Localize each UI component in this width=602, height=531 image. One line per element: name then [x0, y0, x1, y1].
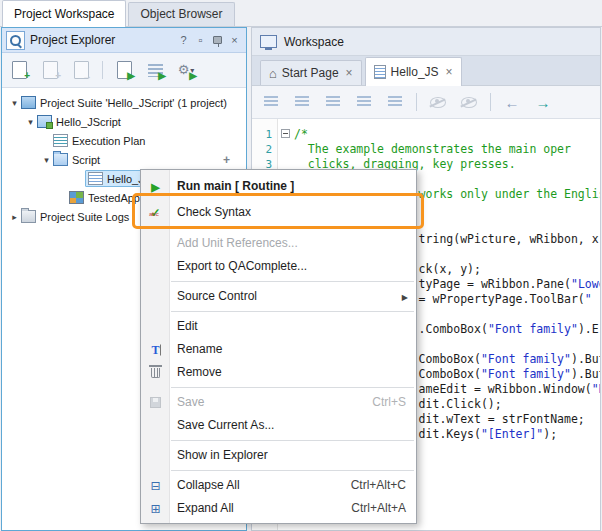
- fold-collapse-icon[interactable]: [281, 129, 290, 138]
- project-explorer-header: Project Explorer ? ▫ ×: [2, 28, 246, 53]
- uncomment-button[interactable]: [384, 91, 406, 113]
- close-icon[interactable]: ×: [446, 65, 453, 79]
- navigate-back-button[interactable]: ←: [501, 91, 523, 113]
- tab-project-workspace[interactable]: Project Workspace: [2, 0, 126, 27]
- workspace-icon: [260, 35, 277, 48]
- menu-item-remove[interactable]: Remove: [141, 361, 416, 384]
- menu-item-run-main-routine[interactable]: ▶Run main [ Routine ]: [141, 173, 416, 199]
- toolbar-separator: [102, 61, 103, 79]
- tree-item-label: TestedApps: [88, 192, 145, 204]
- tab-label: Project Workspace: [14, 7, 114, 21]
- menu-item-show-in-explorer[interactable]: Show in Explorer: [141, 444, 416, 467]
- toolbar-separator: [416, 93, 417, 111]
- menu-item-expand-all[interactable]: ⊞Expand AllCtrl+Alt+A: [141, 497, 416, 520]
- menu-item-label: Edit: [177, 319, 198, 333]
- menu-separator: [171, 387, 414, 388]
- execution-plan-icon: [53, 134, 68, 147]
- tree-item-execution-plan[interactable]: Execution Plan: [2, 131, 246, 150]
- menu-item-save: SaveCtrl+S: [141, 391, 416, 414]
- menu-item-label: Save Current As...: [177, 418, 274, 432]
- save-icon: [150, 397, 161, 408]
- doc-tab-label: Start Page: [282, 66, 339, 80]
- editor-toolbar: ←→: [252, 86, 600, 119]
- menu-item-label: Collapse All: [177, 478, 240, 492]
- submenu-arrow-icon: ▶: [402, 285, 408, 308]
- context-menu: ▶Run main [ Routine ]✓Check SyntaxAdd Un…: [140, 169, 417, 524]
- outdent-button[interactable]: [291, 91, 313, 113]
- tab-object-browser[interactable]: Object Browser: [128, 2, 234, 26]
- run-project-button[interactable]: ▶: [144, 59, 166, 81]
- script-unit-icon: [88, 172, 103, 185]
- expand-icon: ⊞: [148, 501, 163, 516]
- tree-item-label: Project Suite 'Hello_JScript' (1 project…: [40, 97, 227, 109]
- help-button[interactable]: ?: [176, 32, 191, 48]
- application-window: Project Workspace Object Browser Project…: [0, 0, 602, 531]
- menu-item-label: Rename: [177, 342, 222, 356]
- collapsed-icon[interactable]: ▸: [8, 212, 21, 222]
- navigate-forward-button[interactable]: →: [532, 91, 554, 113]
- run-options-button[interactable]: ⚙▶▾: [175, 59, 197, 81]
- document-tabs: ⌂ Start Page × Hello_JS ×: [252, 56, 600, 86]
- run-test-button[interactable]: ▶: [113, 59, 135, 81]
- show-code-button: [458, 91, 480, 113]
- line-number: 2: [252, 142, 277, 157]
- tab-start-page[interactable]: ⌂ Start Page ×: [260, 60, 362, 85]
- menu-item-label: Export to QAComplete...: [177, 259, 307, 273]
- pin-button[interactable]: [210, 32, 225, 48]
- menu-item-check-syntax[interactable]: ✓Check Syntax: [141, 199, 416, 225]
- format-source-button[interactable]: [260, 91, 282, 113]
- menu-item-source-control[interactable]: Source Control▶: [141, 285, 416, 308]
- check-syntax-icon: ✓: [148, 205, 163, 220]
- tab-label: Object Browser: [140, 7, 222, 21]
- collapse-icon: ⊟: [148, 478, 163, 493]
- close-button[interactable]: ×: [227, 32, 242, 48]
- expanded-icon[interactable]: ▾: [40, 155, 53, 165]
- menu-separator: [171, 228, 414, 229]
- code-line: /*: [294, 127, 600, 142]
- menu-item-label: Source Control: [177, 289, 257, 303]
- tree-item-label: Execution Plan: [72, 135, 145, 147]
- expanded-icon[interactable]: ▾: [24, 117, 37, 127]
- tab-hello-js[interactable]: Hello_JS ×: [365, 57, 462, 86]
- toolbar-separator: [490, 93, 491, 111]
- menu-item-export-to-qacomplete[interactable]: Export to QAComplete...: [141, 255, 416, 278]
- remove-icon: [151, 368, 160, 378]
- project-icon: [37, 115, 52, 128]
- menu-item-label: Save: [177, 395, 204, 409]
- menu-shortcut: Ctrl+Alt+C: [351, 474, 406, 497]
- project-explorer-toolbar: ++→▶▶⚙▶▾: [2, 53, 246, 88]
- menu-item-collapse-all[interactable]: ⊟Collapse AllCtrl+Alt+C: [141, 474, 416, 497]
- indent-button[interactable]: [322, 91, 344, 113]
- add-existing-item-button: →: [70, 59, 92, 81]
- menu-item-label: Check Syntax: [177, 205, 251, 219]
- doc-tab-label: Hello_JS: [391, 65, 439, 79]
- expanded-icon[interactable]: ▾: [8, 98, 21, 108]
- add-new-item-button: +: [39, 59, 61, 81]
- testedapps-icon: [69, 191, 84, 204]
- project-explorer-icon: [6, 31, 25, 50]
- menu-separator: [171, 311, 414, 312]
- inline-add-button[interactable]: +: [223, 153, 230, 167]
- comment-button[interactable]: [353, 91, 375, 113]
- tree-item-script[interactable]: ▾Script+: [2, 150, 246, 169]
- menu-item-label: Remove: [177, 365, 222, 379]
- tree-item-project-suite-hello-jscript-1-project[interactable]: ▾Project Suite 'Hello_JScript' (1 projec…: [2, 93, 246, 112]
- menu-separator: [171, 281, 414, 282]
- panel-title: Workspace: [284, 35, 344, 49]
- new-project-button[interactable]: +: [8, 59, 30, 81]
- menu-item-edit[interactable]: Edit: [141, 315, 416, 338]
- run-icon: ▶: [148, 179, 163, 194]
- tree-item-hello-jscript[interactable]: ▾Hello_JScript: [2, 112, 246, 131]
- menu-item-save-current-as[interactable]: Save Current As...: [141, 414, 416, 437]
- close-icon[interactable]: ×: [346, 66, 353, 80]
- rename-icon: T: [148, 342, 163, 357]
- pin-icon: [213, 36, 222, 44]
- panel-title: Project Explorer: [30, 33, 174, 47]
- menu-item-add-unit-references: Add Unit References...: [141, 232, 416, 255]
- menu-item-rename[interactable]: TRename: [141, 338, 416, 361]
- logs-icon: [21, 210, 36, 223]
- context-menu-items: ▶Run main [ Routine ]✓Check SyntaxAdd Un…: [141, 173, 416, 520]
- document-icon: [374, 65, 386, 79]
- dock-button[interactable]: ▫: [193, 32, 208, 48]
- tree-item-label: Script: [72, 154, 100, 166]
